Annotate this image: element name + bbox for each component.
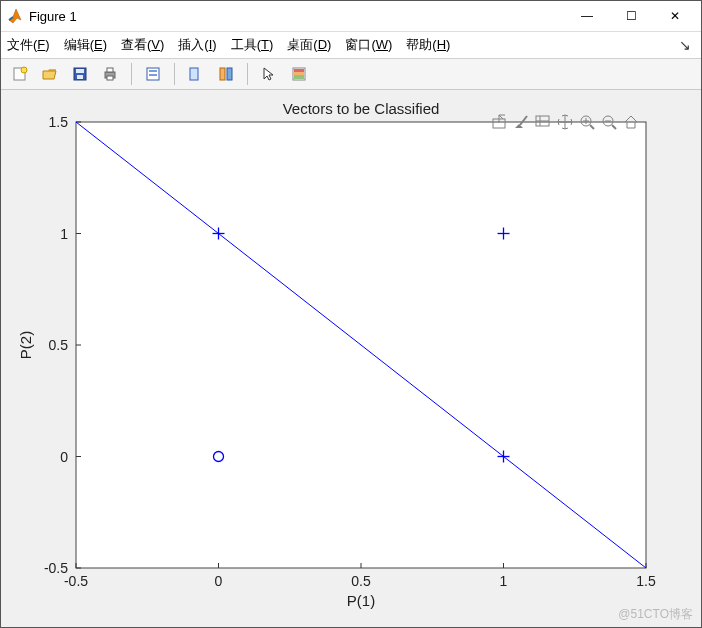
menu-view[interactable]: 查看(V)	[121, 36, 164, 54]
svg-rect-17	[294, 75, 304, 79]
menu-file[interactable]: 文件(F)	[7, 36, 50, 54]
xtick-label: 1.5	[636, 573, 656, 589]
menu-tools[interactable]: 工具(T)	[231, 36, 274, 54]
menu-desktop[interactable]: 桌面(D)	[287, 36, 331, 54]
menu-bar: 文件(F) 编辑(E) 查看(V) 插入(I) 工具(T) 桌面(D) 窗口(W…	[1, 32, 701, 59]
matlab-icon	[7, 8, 23, 24]
data-cursor-icon[interactable]	[183, 61, 209, 87]
close-button[interactable]: ✕	[653, 2, 697, 30]
new-figure-icon[interactable]	[7, 61, 33, 87]
open-icon[interactable]	[37, 61, 63, 87]
ytick-label: -0.5	[44, 560, 68, 576]
axes[interactable]: -0.500.511.5-0.500.511.5P(1)P(2)Vectors …	[1, 90, 701, 628]
ytick-label: 1	[60, 226, 68, 242]
svg-point-1	[21, 67, 27, 73]
svg-rect-3	[76, 69, 84, 73]
title-bar: Figure 1 — ☐ ✕	[1, 1, 701, 32]
y-axis-label: P(2)	[17, 331, 34, 359]
svg-rect-15	[294, 69, 304, 72]
figure-toolbar	[1, 59, 701, 90]
menu-edit[interactable]: 编辑(E)	[64, 36, 107, 54]
menu-help[interactable]: 帮助(H)	[406, 36, 450, 54]
svg-rect-11	[190, 68, 198, 80]
link-plot-icon[interactable]	[213, 61, 239, 87]
x-axis-label: P(1)	[347, 592, 375, 609]
color-bar-icon[interactable]	[286, 61, 312, 87]
svg-rect-12	[220, 68, 225, 80]
maximize-button[interactable]: ☐	[609, 2, 653, 30]
pointer-icon[interactable]	[256, 61, 282, 87]
xtick-label: 1	[500, 573, 508, 589]
minimize-button[interactable]: —	[565, 2, 609, 30]
svg-rect-7	[107, 76, 113, 80]
print-preview-icon[interactable]	[140, 61, 166, 87]
svg-rect-10	[149, 74, 157, 76]
menu-window[interactable]: 窗口(W)	[345, 36, 392, 54]
figure-window: Figure 1 — ☐ ✕ 文件(F) 编辑(E) 查看(V) 插入(I) 工…	[0, 0, 702, 628]
svg-rect-16	[294, 72, 304, 75]
ytick-label: 0	[60, 449, 68, 465]
ytick-label: 0.5	[49, 337, 69, 353]
xtick-label: 0.5	[351, 573, 371, 589]
svg-rect-9	[149, 70, 157, 72]
svg-rect-13	[227, 68, 232, 80]
ytick-label: 1.5	[49, 114, 69, 130]
svg-rect-4	[77, 75, 83, 79]
window-title: Figure 1	[29, 9, 77, 24]
print-icon[interactable]	[97, 61, 123, 87]
xtick-label: 0	[215, 573, 223, 589]
save-icon[interactable]	[67, 61, 93, 87]
figure-canvas-area: -0.500.511.5-0.500.511.5P(1)P(2)Vectors …	[1, 90, 701, 627]
chart-title: Vectors to be Classified	[283, 100, 440, 117]
svg-rect-6	[107, 68, 113, 72]
dock-figure-icon[interactable]: ↘	[679, 37, 695, 53]
menu-insert[interactable]: 插入(I)	[178, 36, 216, 54]
